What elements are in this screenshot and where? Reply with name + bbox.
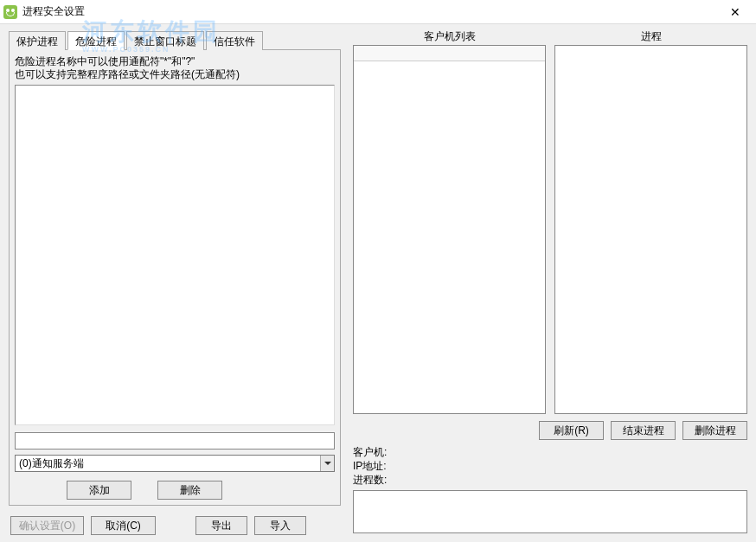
process-column: 进程 [554, 29, 747, 414]
hint-line-2: 也可以支持完整程序路径或文件夹路径(无通配符) [15, 68, 335, 81]
process-count-label: 进程数: [353, 474, 387, 486]
ip-info-row: IP地址: [353, 459, 747, 473]
hint-text: 危险进程名称中可以使用通配符"*"和"?" 也可以支持完整程序路径或文件夹路径(… [15, 55, 335, 81]
app-icon [3, 5, 17, 19]
bottom-button-row: 确认设置(O) 取消(C) 导出 导入 [9, 516, 341, 535]
client-info-row: 客户机: [353, 445, 747, 459]
refresh-button[interactable]: 刷新(R) [539, 421, 604, 440]
danger-process-list[interactable] [15, 85, 335, 425]
chevron-down-icon [320, 456, 334, 471]
end-process-button[interactable]: 结束进程 [611, 421, 676, 440]
right-top-lists: 客户机列表 进程 [353, 29, 747, 414]
client-list-column: 客户机列表 [353, 29, 546, 414]
client-list-header: 客户机列表 [353, 29, 546, 45]
info-rows: 客户机: IP地址: 进程数: [353, 445, 747, 487]
right-panel: 客户机列表 进程 刷新(R) 结束进程 删除进程 客户机: IP地址: [349, 24, 756, 542]
export-button[interactable]: 导出 [195, 516, 247, 535]
process-name-input-row [15, 432, 335, 450]
dropdown-selected: (0)通知服务端 [16, 456, 320, 471]
log-textarea[interactable] [353, 490, 747, 533]
delete-button[interactable]: 删除 [157, 481, 222, 500]
window-title: 进程安全设置 [22, 4, 718, 19]
main-content: 保护进程 危险进程 禁止窗口标题 信任软件 危险进程名称中可以使用通配符"*"和… [0, 24, 756, 542]
add-delete-row: 添加 删除 [15, 481, 335, 500]
cancel-button[interactable]: 取消(C) [91, 516, 156, 535]
action-dropdown[interactable]: (0)通知服务端 [15, 455, 335, 472]
tab-protect-process[interactable]: 保护进程 [9, 31, 66, 50]
process-listbox[interactable] [554, 45, 747, 414]
close-button[interactable]: ✕ [718, 2, 753, 22]
right-button-row: 刷新(R) 结束进程 删除进程 [353, 421, 747, 440]
ip-label: IP地址: [353, 460, 387, 472]
process-name-input[interactable] [16, 433, 334, 449]
tab-danger-process[interactable]: 危险进程 [67, 31, 125, 50]
hint-line-1: 危险进程名称中可以使用通配符"*"和"?" [15, 55, 335, 68]
tab-bar: 保护进程 危险进程 禁止窗口标题 信任软件 [9, 31, 341, 50]
tab-trust-software[interactable]: 信任软件 [206, 31, 263, 50]
process-header: 进程 [554, 29, 747, 45]
tab-forbid-window-title[interactable]: 禁止窗口标题 [126, 31, 204, 50]
client-listbox-header[interactable] [354, 46, 545, 61]
client-listbox[interactable] [353, 45, 546, 414]
import-button[interactable]: 导入 [254, 516, 306, 535]
tab-content: 危险进程名称中可以使用通配符"*"和"?" 也可以支持完整程序路径或文件夹路径(… [9, 49, 341, 506]
left-panel: 保护进程 危险进程 禁止窗口标题 信任软件 危险进程名称中可以使用通配符"*"和… [0, 24, 349, 542]
confirm-button[interactable]: 确认设置(O) [10, 516, 84, 535]
process-count-row: 进程数: [353, 473, 747, 487]
titlebar: 进程安全设置 ✕ [0, 0, 756, 24]
delete-process-button[interactable]: 删除进程 [682, 421, 747, 440]
client-label: 客户机: [353, 446, 387, 458]
add-button[interactable]: 添加 [67, 481, 131, 500]
